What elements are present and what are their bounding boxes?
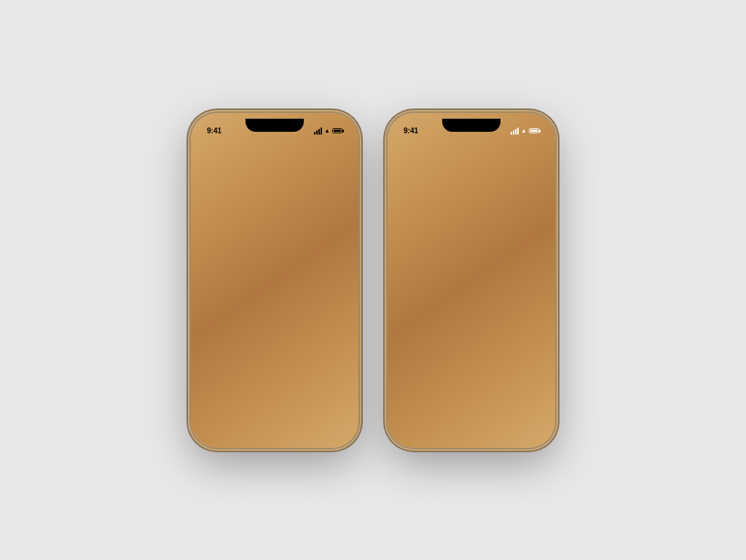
phone-2-signal-icon <box>511 127 519 135</box>
reviews-stat: 71 Reviews <box>306 363 328 390</box>
action-icons: ⊕ ↗ <box>302 299 341 317</box>
phone-1-wifi-icon: ▲ <box>324 127 330 134</box>
movie-date: May 25, 2018 <box>253 320 297 328</box>
movies-watched-value: 178 <box>405 371 422 383</box>
want-button[interactable]: Want <box>214 336 264 355</box>
movies-total-value: 298 <box>431 371 447 383</box>
share-icon: ↗ <box>329 304 335 312</box>
fans-label: Fanson Must <box>458 383 479 398</box>
fans-value: 89 <box>458 371 479 383</box>
phone-1-battery-icon <box>332 128 342 133</box>
starwars-subtitle: A STAR WARS STORY <box>236 232 314 242</box>
movie-title-row: Solo: A Star Wars Story ⊕ ↗ <box>208 297 341 319</box>
reviews-value: 71 <box>313 363 321 372</box>
play-icon <box>325 254 332 263</box>
stats-row: 🏆 7.2 IMDb 1K Want 798 Watched 71 Rev <box>208 363 341 390</box>
action-buttons: Want Watched <box>214 336 335 355</box>
play-button[interactable] <box>318 248 338 269</box>
phone-1-notch <box>246 119 304 132</box>
imdb-label: IMDb <box>221 383 235 390</box>
phone-1-home-indicator <box>253 435 297 438</box>
movie-title: Solo: A Star Wars Story <box>208 297 296 319</box>
want-stat: 1K Want <box>247 363 260 390</box>
actress-info: Margot Robbie 178 // 298 Movieswatched 8… <box>405 345 538 398</box>
phone-2-home-indicator <box>449 435 493 438</box>
rating-label: Averagemovies rating <box>489 383 524 398</box>
solo-title: SOLO <box>236 208 314 232</box>
rating-value: 7.3 <box>489 371 524 383</box>
fans-stat: 89 Fanson Must <box>458 371 479 398</box>
phone-1-signal-icon <box>314 127 322 135</box>
movie-logo: SOLO A STAR WARS STORY <box>236 208 314 242</box>
rating-stat: 7.3 Averagemovies rating <box>489 371 524 398</box>
bookmark-button[interactable]: ⊕ <box>302 299 319 317</box>
watched-value: 798 <box>276 363 289 372</box>
imdb-icon: 🏆 <box>223 363 234 374</box>
want-stat-label: Want <box>247 372 260 379</box>
phone-2-notch <box>442 119 500 132</box>
movies-watched-stat: 178 // 298 Movieswatched <box>405 371 448 398</box>
imdb-value: 7.2 <box>222 374 233 383</box>
phone-2-time: 9:41 <box>404 127 418 135</box>
actress-stats: 178 // 298 Movieswatched 89 Fanson Must … <box>405 371 538 398</box>
phones-container: 9:41 ▲ <box>191 113 555 448</box>
phone-1: 9:41 ▲ <box>191 113 358 448</box>
scroll-indicator: ˅ <box>470 405 474 413</box>
bookmark-icon: ⊕ <box>307 304 313 312</box>
movie-poster: SOLO A STAR WARS STORY <box>197 119 353 279</box>
watched-stat-label: Watched <box>272 372 294 379</box>
share-button[interactable]: ↗ <box>323 299 341 317</box>
phone-2-battery-icon <box>529 128 539 133</box>
movie-info: Solo: A Star Wars Story ⊕ ↗ May 25, 2018… <box>197 287 353 395</box>
phone-2-screen: 9:41 ▲ Margot Robbie <box>393 119 549 442</box>
phone-2-status-icons: ▲ <box>511 127 539 135</box>
phone-1-time: 9:41 <box>207 127 221 135</box>
phone-1-screen: 9:41 ▲ <box>197 119 353 442</box>
watched-button[interactable]: Watched <box>272 336 335 355</box>
phone-2-wifi-icon: ▲ <box>521 127 527 134</box>
movies-watched-label: Movieswatched <box>405 383 448 398</box>
want-value: 1K <box>248 363 259 372</box>
phone-1-status-icons: ▲ <box>314 127 342 135</box>
watched-stat: 798 Watched <box>272 363 294 390</box>
phone-2: 9:41 ▲ Margot Robbie <box>388 113 555 448</box>
reviews-label: Reviews <box>306 372 328 379</box>
imdb-stat: 🏆 7.2 IMDb <box>221 363 235 390</box>
drag-handle-area <box>197 279 353 287</box>
actress-name: Margot Robbie <box>405 345 538 364</box>
drag-handle <box>264 283 286 285</box>
